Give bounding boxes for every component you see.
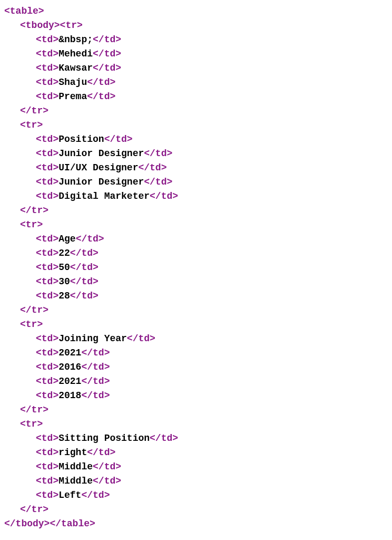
code-line: <td>&nbsp;</td>: [4, 33, 388, 47]
text-content: Mehedi: [58, 49, 93, 59]
code-line: </tbody></table>: [4, 517, 388, 531]
html-tag: </td>: [70, 276, 99, 287]
text-content: &nbsp;: [58, 34, 93, 45]
code-line: <td>Kawsar</td>: [4, 61, 388, 75]
code-line: <td>Position</td>: [4, 132, 388, 147]
text-content: Age: [58, 234, 75, 244]
html-tag: <td>: [36, 348, 58, 358]
text-content: 28: [58, 291, 70, 301]
html-tag: <td>: [36, 262, 58, 273]
html-tag: <td>: [36, 191, 58, 201]
html-tag: </td>: [138, 162, 166, 173]
html-tag: <td>: [36, 77, 58, 88]
html-tag: <table>: [4, 6, 44, 16]
code-line: <tr>: [4, 118, 388, 132]
html-tag: </td>: [76, 234, 104, 244]
code-line: <td>Middle</td>: [4, 460, 388, 474]
html-tag: <td>: [36, 34, 58, 45]
html-tag: <td>: [36, 63, 58, 73]
html-tag: <td>: [36, 447, 58, 458]
code-line: <td>2016</td>: [4, 360, 388, 374]
html-tag: </td>: [87, 77, 115, 88]
text-content: Left: [58, 490, 81, 500]
html-tag: <td>: [36, 333, 58, 344]
text-content: 50: [58, 262, 70, 273]
html-tag: <td>: [36, 390, 58, 401]
html-tag: </td>: [144, 148, 172, 159]
html-tag: </td>: [70, 291, 99, 301]
html-tag: <td>: [36, 49, 58, 59]
html-tag: </tr>: [20, 305, 48, 315]
html-tag: </tr>: [20, 105, 48, 116]
code-line: <td>22</td>: [4, 246, 388, 261]
html-tag: </td>: [81, 376, 110, 387]
html-tag: </td>: [93, 49, 121, 59]
html-tag: </td>: [81, 362, 110, 372]
text-content: Joining Year: [58, 333, 127, 344]
html-tag: </tr>: [20, 504, 48, 515]
text-content: 22: [58, 248, 70, 258]
html-tag: <tr>: [20, 319, 43, 330]
text-content: Shaju: [58, 77, 87, 88]
html-tag: <td>: [36, 461, 58, 472]
html-tag: <td>: [36, 476, 58, 486]
html-tag: <td>: [36, 276, 58, 287]
text-content: 2021: [58, 376, 81, 387]
html-tag: </td>: [93, 476, 121, 486]
html-tag: </tr>: [20, 404, 48, 415]
code-line: <td>Junior Designer</td>: [4, 175, 388, 189]
html-tag: </td>: [87, 447, 115, 458]
text-content: right: [58, 447, 87, 458]
text-content: 2018: [58, 390, 81, 401]
code-line: <td>Age</td>: [4, 232, 388, 246]
html-tag: </tr>: [20, 205, 48, 216]
text-content: 2021: [58, 348, 81, 358]
html-tag: <td>: [36, 177, 58, 187]
html-tag: </td>: [81, 390, 110, 401]
code-line: <td>Joining Year</td>: [4, 332, 388, 346]
code-line: <td>Middle</td>: [4, 474, 388, 488]
text-content: 30: [58, 276, 70, 287]
html-tag: <td>: [36, 248, 58, 258]
code-line: </tr>: [4, 204, 388, 218]
html-tag: <td>: [36, 490, 58, 500]
text-content: Prema: [58, 91, 87, 102]
code-line: <tbody><tr>: [4, 18, 388, 33]
code-line: <td>Left</td>: [4, 488, 388, 503]
html-tag: <td>: [36, 362, 58, 372]
html-tag: </td>: [81, 348, 110, 358]
html-tag: <td>: [36, 433, 58, 443]
html-tag: </td>: [70, 262, 99, 273]
text-content: Junior Designer: [58, 177, 144, 187]
html-tag: <tr>: [20, 419, 43, 429]
text-content: Sitting Position: [58, 433, 150, 443]
code-line: </tr>: [4, 503, 388, 517]
html-tag: <tr>: [20, 219, 43, 230]
code-line: <td>2021</td>: [4, 374, 388, 389]
code-line: <td>Prema</td>: [4, 90, 388, 104]
html-tag: </td>: [93, 63, 121, 73]
html-tag: <td>: [36, 134, 58, 144]
text-content: Digital Marketer: [58, 191, 150, 201]
html-tag: <td>: [36, 234, 58, 244]
html-tag: </td>: [127, 333, 155, 344]
code-line: <td>UI/UX Designer</td>: [4, 161, 388, 175]
code-line: <td>28</td>: [4, 289, 388, 303]
text-content: UI/UX Designer: [58, 162, 138, 173]
html-tag: </td>: [87, 91, 115, 102]
code-line: <td>Junior Designer</td>: [4, 147, 388, 161]
html-tag: </tbody></table>: [4, 518, 95, 529]
code-line: <tr>: [4, 317, 388, 332]
html-tag: </td>: [81, 490, 110, 500]
code-line: <td>2021</td>: [4, 346, 388, 360]
text-content: Middle: [58, 461, 93, 472]
html-tag: <td>: [36, 376, 58, 387]
html-tag: <td>: [36, 91, 58, 102]
html-code-snippet: <table><tbody><tr><td>&nbsp;</td><td>Meh…: [4, 4, 388, 531]
code-line: <td>50</td>: [4, 261, 388, 275]
code-line: <td>Digital Marketer</td>: [4, 189, 388, 204]
code-line: <td>Sitting Position</td>: [4, 431, 388, 446]
code-line: </tr>: [4, 104, 388, 118]
html-tag: </td>: [93, 34, 121, 45]
code-line: </tr>: [4, 303, 388, 317]
